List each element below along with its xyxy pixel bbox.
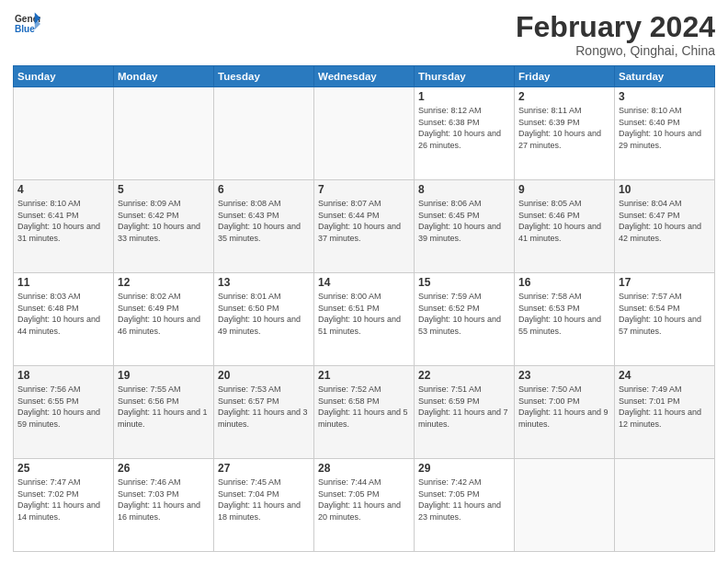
header-tuesday: Tuesday xyxy=(214,66,314,87)
day-number: 28 xyxy=(318,462,410,475)
day-info: Sunrise: 8:06 AM Sunset: 6:45 PM Dayligh… xyxy=(418,198,510,244)
day-number: 16 xyxy=(518,276,610,289)
calendar-cell: 8Sunrise: 8:06 AM Sunset: 6:45 PM Daylig… xyxy=(415,180,515,273)
day-info: Sunrise: 7:51 AM Sunset: 6:59 PM Dayligh… xyxy=(418,384,510,430)
day-number: 27 xyxy=(218,462,310,475)
day-info: Sunrise: 8:02 AM Sunset: 6:49 PM Dayligh… xyxy=(118,291,210,337)
calendar-cell xyxy=(14,87,114,180)
calendar-cell: 3Sunrise: 8:10 AM Sunset: 6:40 PM Daylig… xyxy=(615,87,715,180)
day-number: 7 xyxy=(318,183,410,196)
day-info: Sunrise: 8:10 AM Sunset: 6:41 PM Dayligh… xyxy=(17,198,109,244)
day-number: 29 xyxy=(418,462,510,475)
day-number: 20 xyxy=(218,369,310,382)
day-info: Sunrise: 7:44 AM Sunset: 7:05 PM Dayligh… xyxy=(318,477,410,523)
day-info: Sunrise: 8:10 AM Sunset: 6:40 PM Dayligh… xyxy=(619,105,711,151)
calendar-week-2: 4Sunrise: 8:10 AM Sunset: 6:41 PM Daylig… xyxy=(14,180,715,273)
day-info: Sunrise: 8:01 AM Sunset: 6:50 PM Dayligh… xyxy=(218,291,310,337)
day-info: Sunrise: 7:42 AM Sunset: 7:05 PM Dayligh… xyxy=(418,477,510,523)
day-number: 11 xyxy=(17,276,109,289)
calendar-cell: 29Sunrise: 7:42 AM Sunset: 7:05 PM Dayli… xyxy=(415,459,515,552)
calendar-cell: 27Sunrise: 7:45 AM Sunset: 7:04 PM Dayli… xyxy=(214,459,314,552)
calendar-cell: 10Sunrise: 8:04 AM Sunset: 6:47 PM Dayli… xyxy=(615,180,715,273)
calendar-cell: 2Sunrise: 8:11 AM Sunset: 6:39 PM Daylig… xyxy=(515,87,615,180)
day-number: 8 xyxy=(418,183,510,196)
day-info: Sunrise: 8:03 AM Sunset: 6:48 PM Dayligh… xyxy=(17,291,109,337)
day-number: 5 xyxy=(118,183,210,196)
month-title: February 2024 xyxy=(516,11,715,43)
header-wednesday: Wednesday xyxy=(314,66,415,87)
calendar-cell: 4Sunrise: 8:10 AM Sunset: 6:41 PM Daylig… xyxy=(14,180,114,273)
calendar-cell: 16Sunrise: 7:58 AM Sunset: 6:53 PM Dayli… xyxy=(515,273,615,366)
day-number: 18 xyxy=(17,369,109,382)
calendar-cell: 15Sunrise: 7:59 AM Sunset: 6:52 PM Dayli… xyxy=(415,273,515,366)
weekday-header-row: Sunday Monday Tuesday Wednesday Thursday… xyxy=(14,66,715,87)
day-number: 10 xyxy=(619,183,711,196)
calendar-cell xyxy=(114,87,214,180)
day-number: 9 xyxy=(518,183,610,196)
day-number: 4 xyxy=(17,183,109,196)
calendar-cell: 28Sunrise: 7:44 AM Sunset: 7:05 PM Dayli… xyxy=(314,459,415,552)
header-friday: Friday xyxy=(515,66,615,87)
day-number: 26 xyxy=(118,462,210,475)
day-info: Sunrise: 7:50 AM Sunset: 7:00 PM Dayligh… xyxy=(518,384,610,430)
svg-text:Blue: Blue xyxy=(15,24,35,34)
calendar-cell xyxy=(314,87,415,180)
day-number: 15 xyxy=(418,276,510,289)
day-info: Sunrise: 8:11 AM Sunset: 6:39 PM Dayligh… xyxy=(518,105,610,151)
day-number: 12 xyxy=(118,276,210,289)
calendar-cell: 13Sunrise: 8:01 AM Sunset: 6:50 PM Dayli… xyxy=(214,273,314,366)
calendar-cell: 23Sunrise: 7:50 AM Sunset: 7:00 PM Dayli… xyxy=(515,366,615,459)
day-info: Sunrise: 8:04 AM Sunset: 6:47 PM Dayligh… xyxy=(619,198,711,244)
day-info: Sunrise: 8:12 AM Sunset: 6:38 PM Dayligh… xyxy=(418,105,510,151)
logo-icon: General Blue xyxy=(15,11,40,37)
day-number: 19 xyxy=(118,369,210,382)
calendar-week-5: 25Sunrise: 7:47 AM Sunset: 7:02 PM Dayli… xyxy=(14,459,715,552)
day-number: 24 xyxy=(619,369,711,382)
header-saturday: Saturday xyxy=(615,66,715,87)
location: Rongwo, Qinghai, China xyxy=(516,43,715,58)
day-info: Sunrise: 8:07 AM Sunset: 6:44 PM Dayligh… xyxy=(318,198,410,244)
calendar-table: Sunday Monday Tuesday Wednesday Thursday… xyxy=(13,65,715,552)
header: General Blue February 2024 Rongwo, Qingh… xyxy=(13,11,715,58)
calendar-cell xyxy=(214,87,314,180)
calendar-cell: 25Sunrise: 7:47 AM Sunset: 7:02 PM Dayli… xyxy=(14,459,114,552)
calendar-cell: 7Sunrise: 8:07 AM Sunset: 6:44 PM Daylig… xyxy=(314,180,415,273)
day-number: 25 xyxy=(17,462,109,475)
header-sunday: Sunday xyxy=(14,66,114,87)
calendar-cell xyxy=(615,459,715,552)
calendar-cell: 5Sunrise: 8:09 AM Sunset: 6:42 PM Daylig… xyxy=(114,180,214,273)
day-info: Sunrise: 7:55 AM Sunset: 6:56 PM Dayligh… xyxy=(118,384,210,430)
day-info: Sunrise: 7:45 AM Sunset: 7:04 PM Dayligh… xyxy=(218,477,310,523)
calendar-cell: 1Sunrise: 8:12 AM Sunset: 6:38 PM Daylig… xyxy=(415,87,515,180)
calendar-cell xyxy=(515,459,615,552)
day-number: 23 xyxy=(518,369,610,382)
calendar-week-4: 18Sunrise: 7:56 AM Sunset: 6:55 PM Dayli… xyxy=(14,366,715,459)
day-info: Sunrise: 7:49 AM Sunset: 7:01 PM Dayligh… xyxy=(619,384,711,430)
calendar-cell: 18Sunrise: 7:56 AM Sunset: 6:55 PM Dayli… xyxy=(14,366,114,459)
day-number: 14 xyxy=(318,276,410,289)
calendar-cell: 19Sunrise: 7:55 AM Sunset: 6:56 PM Dayli… xyxy=(114,366,214,459)
calendar-cell: 26Sunrise: 7:46 AM Sunset: 7:03 PM Dayli… xyxy=(114,459,214,552)
day-info: Sunrise: 8:05 AM Sunset: 6:46 PM Dayligh… xyxy=(518,198,610,244)
calendar-cell: 11Sunrise: 8:03 AM Sunset: 6:48 PM Dayli… xyxy=(14,273,114,366)
calendar-week-1: 1Sunrise: 8:12 AM Sunset: 6:38 PM Daylig… xyxy=(14,87,715,180)
logo: General Blue xyxy=(13,11,40,40)
day-number: 17 xyxy=(619,276,711,289)
day-info: Sunrise: 7:53 AM Sunset: 6:57 PM Dayligh… xyxy=(218,384,310,430)
title-block: February 2024 Rongwo, Qinghai, China xyxy=(516,11,715,58)
calendar-cell: 20Sunrise: 7:53 AM Sunset: 6:57 PM Dayli… xyxy=(214,366,314,459)
day-number: 3 xyxy=(619,90,711,103)
day-info: Sunrise: 7:52 AM Sunset: 6:58 PM Dayligh… xyxy=(318,384,410,430)
calendar-cell: 24Sunrise: 7:49 AM Sunset: 7:01 PM Dayli… xyxy=(615,366,715,459)
header-thursday: Thursday xyxy=(415,66,515,87)
calendar-week-3: 11Sunrise: 8:03 AM Sunset: 6:48 PM Dayli… xyxy=(14,273,715,366)
day-info: Sunrise: 7:56 AM Sunset: 6:55 PM Dayligh… xyxy=(17,384,109,430)
calendar-cell: 17Sunrise: 7:57 AM Sunset: 6:54 PM Dayli… xyxy=(615,273,715,366)
day-info: Sunrise: 7:47 AM Sunset: 7:02 PM Dayligh… xyxy=(17,477,109,523)
day-info: Sunrise: 7:46 AM Sunset: 7:03 PM Dayligh… xyxy=(118,477,210,523)
header-monday: Monday xyxy=(114,66,214,87)
day-number: 21 xyxy=(318,369,410,382)
day-number: 2 xyxy=(518,90,610,103)
day-info: Sunrise: 8:09 AM Sunset: 6:42 PM Dayligh… xyxy=(118,198,210,244)
day-info: Sunrise: 8:00 AM Sunset: 6:51 PM Dayligh… xyxy=(318,291,410,337)
